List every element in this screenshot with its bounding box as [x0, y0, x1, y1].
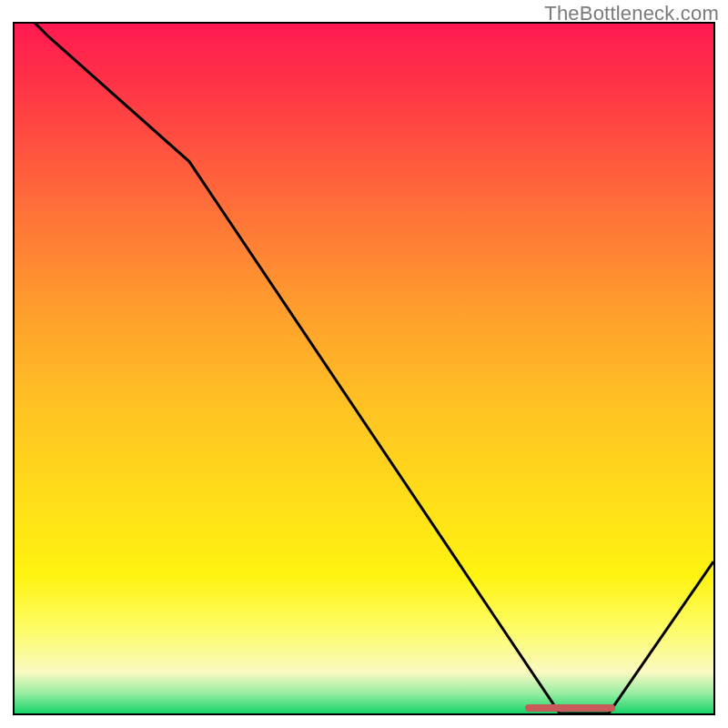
bottleneck-chart: TheBottleneck.com [0, 0, 728, 728]
minimum-marker [525, 704, 616, 712]
watermark-text: TheBottleneck.com [544, 2, 719, 25]
bottleneck-curve [15, 24, 713, 713]
plot-area [13, 22, 715, 715]
curve-path [15, 24, 713, 713]
